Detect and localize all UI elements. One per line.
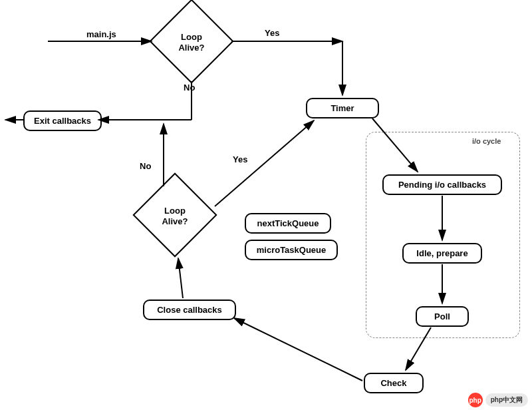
exit-callbacks-box: Exit callbacks (23, 110, 102, 131)
decision-loop-alive-2 (132, 172, 217, 257)
entry-label: main.js (86, 29, 116, 39)
idle-prepare-box: Idle, prepare (402, 243, 482, 264)
timer-box: Timer (306, 98, 379, 118)
d2-yes-label: Yes (233, 154, 247, 164)
decision-loop-alive-1 (149, 0, 233, 84)
svg-line-11 (178, 258, 183, 298)
watermark: php php中文网 (468, 393, 528, 407)
microtask-box: microTaskQueue (245, 240, 338, 260)
next-tick-box: nextTickQueue (245, 213, 331, 234)
svg-line-10 (234, 318, 362, 381)
close-callbacks-box: Close callbacks (143, 300, 236, 320)
watermark-logo: php (468, 393, 483, 407)
svg-line-12 (215, 120, 314, 206)
watermark-text: php中文网 (485, 393, 528, 407)
d1-no-label: No (184, 83, 195, 93)
d2-no-label: No (140, 161, 151, 171)
d1-yes-label: Yes (265, 28, 279, 38)
pending-io-box: Pending i/o callbacks (382, 174, 502, 195)
io-cycle-title: i/o cycle (472, 137, 501, 145)
poll-box: Poll (416, 306, 469, 327)
check-box: Check (364, 373, 424, 393)
